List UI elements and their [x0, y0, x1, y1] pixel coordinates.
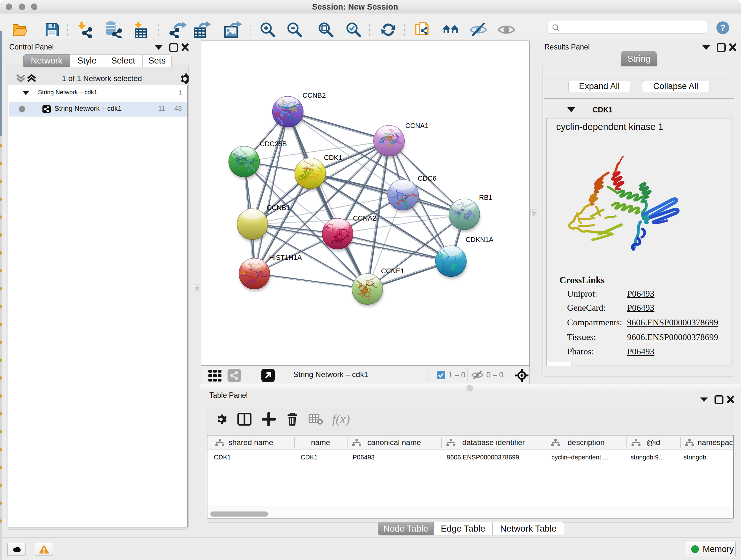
svg-text:CCNA1: CCNA1: [405, 122, 428, 130]
svg-text:CCNB1: CCNB1: [267, 204, 290, 212]
svg-text:CDKN1A: CDKN1A: [466, 236, 494, 244]
svg-text:CDK1: CDK1: [324, 154, 342, 162]
svg-text:RB1: RB1: [479, 194, 492, 201]
svg-text:CDC25B: CDC25B: [260, 140, 287, 148]
svg-text:?: ?: [720, 23, 725, 33]
svg-text:CCNA2: CCNA2: [353, 214, 376, 222]
svg-text:CDC6: CDC6: [418, 175, 436, 182]
svg-text:HIST1H1A: HIST1H1A: [269, 254, 302, 261]
svg-text:CCNB2: CCNB2: [302, 91, 326, 99]
svg-text:CCNE1: CCNE1: [381, 267, 404, 275]
